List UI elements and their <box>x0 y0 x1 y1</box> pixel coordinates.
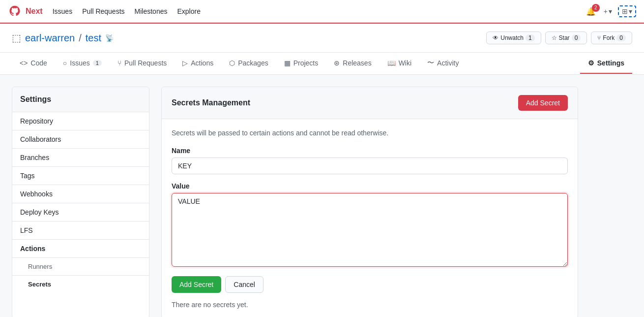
nav-pull-requests[interactable]: Pull Requests <box>82 7 124 15</box>
tab-projects-label: Projects <box>293 59 319 67</box>
sidebar-item-actions-section[interactable]: Actions <box>12 240 149 258</box>
tab-packages-label: Packages <box>238 59 268 67</box>
value-form-group: Value VALUE <box>172 182 568 268</box>
repo-sep: / <box>79 32 82 44</box>
tab-wiki[interactable]: 📖 Wiki <box>380 53 419 74</box>
repo-header: ⬚ earl-warren / test 📡 👁 Unwatch 1 ☆ Sta… <box>0 24 644 53</box>
app-switcher-button[interactable]: ⊞ ▾ <box>618 5 636 17</box>
tab-pr-label: Pull Requests <box>124 59 167 67</box>
name-label: Name <box>172 147 568 155</box>
add-secret-submit-button[interactable]: Add Secret <box>172 276 221 293</box>
sidebar-item-secrets[interactable]: Secrets <box>12 276 149 293</box>
star-label: Star <box>559 34 570 41</box>
tab-projects[interactable]: ▦ Projects <box>276 53 326 74</box>
settings-icon: ⚙ <box>588 59 594 67</box>
tab-pull-requests[interactable]: ⑂ Pull Requests <box>110 53 175 74</box>
tab-issues-label: Issues <box>70 59 89 67</box>
no-secrets-message: There are no secrets yet. <box>172 301 568 309</box>
fork-button[interactable]: ⑂ Fork 0 <box>591 32 632 44</box>
tab-actions-label: Actions <box>191 59 213 67</box>
nav-issues[interactable]: Issues <box>53 7 72 15</box>
name-form-group: Name <box>172 147 568 174</box>
plus-icon: + <box>604 7 608 15</box>
sidebar-header: Settings <box>12 87 149 112</box>
tab-activity[interactable]: 〜 Activity <box>419 53 467 74</box>
repo-tabs: <> Code ○ Issues 1 ⑂ Pull Requests ▷ Act… <box>0 53 644 75</box>
grid-icon: ⊞ <box>622 7 628 15</box>
projects-icon: ▦ <box>284 59 291 67</box>
repo-owner[interactable]: earl-warren <box>25 32 75 44</box>
main-content-area: Secrets Management Add Secret Secrets wi… <box>161 87 578 317</box>
tab-actions[interactable]: ▷ Actions <box>175 53 221 74</box>
sidebar-item-tags[interactable]: Tags <box>12 167 149 185</box>
cancel-button[interactable]: Cancel <box>225 276 263 293</box>
eye-icon: 👁 <box>493 34 498 41</box>
repo-title-area: ⬚ earl-warren / test 📡 <box>12 32 114 44</box>
tab-releases[interactable]: ⊛ Releases <box>326 53 379 74</box>
notifications-button[interactable]: 🔔 2 <box>584 5 598 18</box>
top-nav-right: 🔔 2 + ▾ ⊞ ▾ <box>584 5 636 18</box>
grid-chevron: ▾ <box>629 7 632 15</box>
activity-icon: 〜 <box>427 59 434 67</box>
notification-badge: 2 <box>592 4 600 12</box>
tab-releases-label: Releases <box>343 59 371 67</box>
main-body: Secrets will be passed to certain action… <box>162 119 578 317</box>
sidebar-item-collaborators[interactable]: Collaborators <box>12 130 149 149</box>
unwatch-button[interactable]: 👁 Unwatch 1 <box>486 32 541 44</box>
sidebar-item-deploy-keys[interactable]: Deploy Keys <box>12 203 149 222</box>
repo-action-buttons: 👁 Unwatch 1 ☆ Star 0 ⑂ Fork 0 <box>486 32 632 44</box>
wiki-icon: 📖 <box>387 59 396 67</box>
sidebar-item-branches[interactable]: Branches <box>12 149 149 167</box>
repo-name[interactable]: test <box>86 32 101 44</box>
value-label: Value <box>172 182 568 190</box>
tab-code[interactable]: <> Code <box>12 53 55 74</box>
rss-icon[interactable]: 📡 <box>105 34 114 42</box>
page-content: Settings Repository Collaborators Branch… <box>0 75 590 317</box>
fork-icon: ⑂ <box>597 34 601 41</box>
sidebar-item-repository[interactable]: Repository <box>12 112 149 130</box>
issues-icon: ○ <box>63 59 67 67</box>
value-textarea[interactable]: VALUE <box>172 193 568 267</box>
create-button[interactable]: + ▾ <box>604 7 612 15</box>
tab-settings-label: Settings <box>597 59 624 67</box>
star-count: 0 <box>572 34 581 41</box>
sidebar-item-runners[interactable]: Runners <box>12 258 149 276</box>
star-button[interactable]: ☆ Star 0 <box>545 32 587 44</box>
app-name: Next <box>26 7 43 16</box>
tab-code-label: Code <box>30 59 47 67</box>
form-actions: Add Secret Cancel <box>172 276 568 293</box>
actions-icon: ▷ <box>182 59 188 67</box>
fork-count: 0 <box>616 34 626 41</box>
unwatch-count: 1 <box>526 34 535 41</box>
top-navigation: Next Issues Pull Requests Milestones Exp… <box>0 0 644 24</box>
secrets-description: Secrets will be passed to certain action… <box>172 129 568 137</box>
main-content-header: Secrets Management Add Secret <box>162 87 578 119</box>
main-title: Secrets Management <box>172 98 250 107</box>
code-icon: <> <box>20 59 28 67</box>
tab-issues[interactable]: ○ Issues 1 <box>55 53 110 74</box>
app-logo[interactable]: Next <box>8 4 43 18</box>
settings-sidebar: Settings Repository Collaborators Branch… <box>12 87 149 317</box>
sidebar-item-lfs[interactable]: LFS <box>12 222 149 240</box>
tab-settings[interactable]: ⚙ Settings <box>580 53 632 74</box>
sidebar-item-webhooks[interactable]: Webhooks <box>12 185 149 203</box>
nav-explore[interactable]: Explore <box>177 7 200 15</box>
plus-chevron: ▾ <box>609 7 612 15</box>
issues-badge: 1 <box>93 60 102 66</box>
nav-milestones[interactable]: Milestones <box>135 7 168 15</box>
tab-wiki-label: Wiki <box>399 59 411 67</box>
packages-icon: ⬡ <box>229 59 235 67</box>
fork-label: Fork <box>603 34 615 41</box>
repo-icon: ⬚ <box>12 32 21 44</box>
add-secret-header-button[interactable]: Add Secret <box>518 95 568 111</box>
tab-packages[interactable]: ⬡ Packages <box>221 53 276 74</box>
tab-activity-label: Activity <box>437 59 459 67</box>
name-input[interactable] <box>172 158 568 174</box>
unwatch-label: Unwatch <box>500 34 524 41</box>
star-icon: ☆ <box>552 34 557 41</box>
releases-icon: ⊛ <box>334 59 340 67</box>
pr-icon: ⑂ <box>117 59 121 67</box>
